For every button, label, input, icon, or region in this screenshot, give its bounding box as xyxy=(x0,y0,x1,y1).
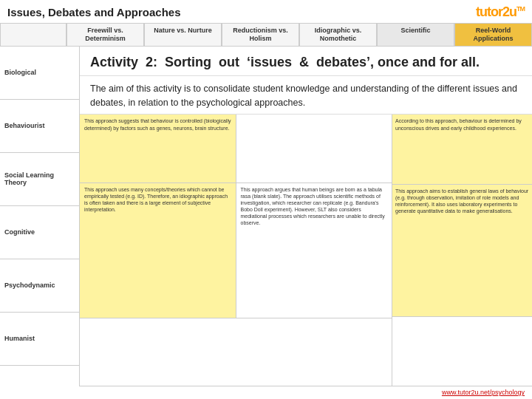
right-cell-behaviourist: This approach aims to establish general … xyxy=(392,185,532,317)
footer: www.tutor2u.net/psychology xyxy=(442,389,525,396)
right-cell-biological-text: According to this approach, behaviour is… xyxy=(395,118,522,130)
main-area: Biological Behaviourist Social Learning … xyxy=(0,47,532,386)
sidebar-item-biological: Biological xyxy=(0,47,79,100)
sidebar-label-cognitive: Cognitive xyxy=(4,228,35,236)
activity-description: The aim of this activity is to consolida… xyxy=(90,83,517,108)
nav-freewill[interactable]: Freewill vs.Determinism xyxy=(66,23,144,47)
cell-humanist-left xyxy=(80,318,236,386)
cell-biological-right xyxy=(236,115,392,182)
sidebar-label-biological: Biological xyxy=(4,69,36,76)
nav-idiographic[interactable]: Idiographic vs.Nomothetic xyxy=(299,23,377,47)
cell-humanist-right xyxy=(236,318,392,386)
nav-reel-world[interactable]: Reel-WorldApplications xyxy=(454,23,532,47)
cell-social-right: This approach argues that human beings a… xyxy=(236,183,392,318)
sidebar-item-behaviourist: Behaviourist xyxy=(0,100,79,153)
logo: tutor2uTM xyxy=(476,4,525,20)
sidebar-label-psychodynamic: Psychodynamic xyxy=(4,282,55,289)
grid-area: This approach suggests that behaviour is… xyxy=(80,115,532,386)
grid-row-biological: This approach suggests that behaviour is… xyxy=(80,115,392,183)
sidebar-item-humanist: Humanist xyxy=(0,313,79,366)
cell-biological-left: This approach suggests that behaviour is… xyxy=(80,115,236,182)
sidebar-label-humanist: Humanist xyxy=(4,335,35,342)
center-columns: This approach suggests that behaviour is… xyxy=(80,115,392,386)
nav-scientific[interactable]: Scientific xyxy=(377,23,454,47)
sidebar-label-social-learning: Social Learning Theory xyxy=(4,171,75,186)
right-column: According to this approach, behaviour is… xyxy=(392,115,532,386)
sidebar-label-behaviourist: Behaviourist xyxy=(4,122,45,129)
sidebar-item-psychodynamic: Psychodynamic xyxy=(0,259,79,313)
cell-biological-left-text: This approach suggests that behaviour is… xyxy=(84,118,231,130)
nav-empty xyxy=(0,23,66,47)
activity-header: Activity 2: Sorting out ‘issues & debate… xyxy=(80,47,532,76)
nav-nature[interactable]: Nature vs. Nurture xyxy=(144,23,222,47)
nav-reductionism[interactable]: Reductionism vs.Holism xyxy=(222,23,299,47)
right-cell-bottom xyxy=(392,317,532,386)
cell-psychodynamic-left: This approach uses many concepts/theorie… xyxy=(80,183,236,318)
activity-body: The aim of this activity is to consolida… xyxy=(80,76,532,115)
grid-row-humanist xyxy=(80,318,392,386)
nav-bar: Freewill vs.Determinism Nature vs. Nurtu… xyxy=(0,23,532,47)
sidebar-item-social-learning: Social Learning Theory xyxy=(0,153,79,206)
right-cell-biological: According to this approach, behaviour is… xyxy=(392,115,532,184)
cell-social-right-text: This approach argues that human beings a… xyxy=(241,187,385,225)
sidebar-item-cognitive: Cognitive xyxy=(0,206,79,259)
page-title: Issues, Debates and Approaches xyxy=(7,6,181,18)
header: Issues, Debates and Approaches tutor2uTM xyxy=(0,0,532,23)
cell-psychodynamic-text: This approach uses many concepts/theorie… xyxy=(84,187,228,212)
footer-url: www.tutor2u.net/psychology xyxy=(442,389,525,396)
grid-row-behav-social: This approach uses many concepts/theorie… xyxy=(80,183,392,318)
content-area: Activity 2: Sorting out ‘issues & debate… xyxy=(80,47,532,386)
sidebar: Biological Behaviourist Social Learning … xyxy=(0,47,80,386)
right-cell-behaviourist-text: This approach aims to establish general … xyxy=(395,188,528,214)
activity-title: Activity 2: Sorting out ‘issues & debate… xyxy=(90,54,522,71)
